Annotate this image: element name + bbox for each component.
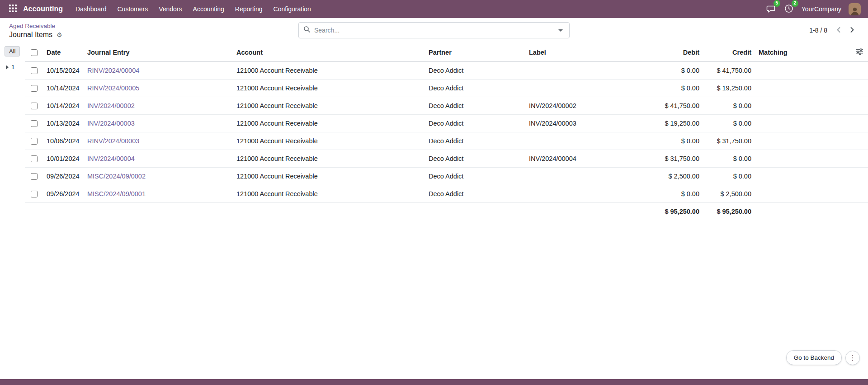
- cell-debit: $ 19,250.00: [642, 115, 703, 132]
- cell-debit: $ 41,750.00: [642, 97, 703, 115]
- search-dropdown-toggle[interactable]: [555, 27, 566, 34]
- accounting-journal-items-page: Accounting Dashboard Customers Vendors A…: [0, 0, 868, 385]
- navbar-right: 5 2 YourCompany: [765, 3, 861, 15]
- row-checkbox[interactable]: [31, 138, 38, 145]
- pager-previous-button[interactable]: [832, 24, 845, 37]
- cell-label: [525, 62, 642, 80]
- group-expander[interactable]: 1: [6, 64, 25, 70]
- row-checkbox[interactable]: [31, 103, 38, 109]
- journal-entry-link[interactable]: RINV/2024/00005: [87, 85, 139, 92]
- cell-account: 121000 Account Receivable: [233, 62, 425, 80]
- search-input[interactable]: [314, 27, 555, 34]
- table-row[interactable]: 10/14/2024 INV/2024/00002 121000 Account…: [25, 97, 868, 115]
- column-header-label[interactable]: Label: [525, 43, 642, 62]
- total-credit: $ 95,250.00: [703, 203, 755, 221]
- column-header-matching[interactable]: Matching: [755, 43, 800, 62]
- breadcrumb-aged-receivable[interactable]: Aged Receivable: [9, 23, 55, 29]
- tab-all[interactable]: All: [5, 46, 20, 56]
- column-header-journal-entry[interactable]: Journal Entry: [84, 43, 233, 62]
- messages-button[interactable]: 5: [765, 3, 776, 15]
- cell-label: [525, 168, 642, 185]
- table-row[interactable]: 09/26/2024 MISC/2024/09/0002 121000 Acco…: [25, 168, 868, 185]
- cell-journal-entry: RINV/2024/00003: [84, 132, 233, 150]
- table-row[interactable]: 10/13/2024 INV/2024/00003 121000 Account…: [25, 115, 868, 132]
- column-header-debit[interactable]: Debit: [642, 43, 703, 62]
- table-row[interactable]: 10/15/2024 RINV/2024/00004 121000 Accoun…: [25, 62, 868, 80]
- journal-entry-link[interactable]: INV/2024/00002: [87, 102, 135, 109]
- cell-debit: $ 0.00: [642, 132, 703, 150]
- adjust-columns-button[interactable]: [855, 47, 864, 57]
- chevron-left-icon: [835, 26, 842, 35]
- floating-actions: Go to Backend ⋮: [786, 350, 860, 365]
- cell-label: INV/2024/00002: [525, 97, 642, 115]
- journal-entry-link[interactable]: MISC/2024/09/0001: [87, 190, 146, 197]
- cell-date: 10/06/2024: [43, 132, 84, 150]
- cell-credit: $ 0.00: [703, 168, 755, 185]
- cell-debit: $ 0.00: [642, 62, 703, 80]
- activities-badge: 2: [792, 0, 798, 7]
- cell-account: 121000 Account Receivable: [233, 168, 425, 185]
- menu-dashboard[interactable]: Dashboard: [71, 2, 111, 16]
- cell-partner: Deco Addict: [425, 150, 525, 168]
- journal-entry-link[interactable]: INV/2024/00004: [87, 155, 135, 162]
- select-all-checkbox[interactable]: [31, 49, 38, 56]
- apps-menu-button[interactable]: [7, 3, 19, 15]
- gear-icon: ⚙: [57, 31, 62, 38]
- table-row[interactable]: 10/14/2024 RINV/2024/00005 121000 Accoun…: [25, 80, 868, 97]
- column-header-account[interactable]: Account: [233, 43, 425, 62]
- row-checkbox[interactable]: [31, 191, 38, 197]
- user-avatar[interactable]: [849, 3, 861, 15]
- cell-account: 121000 Account Receivable: [233, 150, 425, 168]
- column-header-credit[interactable]: Credit: [703, 43, 755, 62]
- menu-reporting[interactable]: Reporting: [231, 2, 267, 16]
- pager: 1-8 / 8: [570, 24, 859, 37]
- row-checkbox[interactable]: [31, 173, 38, 180]
- column-header-date[interactable]: Date: [43, 43, 84, 62]
- row-checkbox[interactable]: [31, 120, 38, 127]
- cell-debit: $ 0.00: [642, 80, 703, 97]
- menu-vendors[interactable]: Vendors: [154, 2, 186, 16]
- page-title: Journal Items: [9, 31, 52, 39]
- company-switcher[interactable]: YourCompany: [802, 5, 841, 13]
- cell-label: INV/2024/00003: [525, 115, 642, 132]
- pager-next-button[interactable]: [845, 24, 859, 37]
- cell-date: 09/26/2024: [43, 185, 84, 203]
- pager-range: 1-8 / 8: [809, 27, 827, 34]
- cell-journal-entry: INV/2024/00004: [84, 150, 233, 168]
- more-options-button[interactable]: ⋮: [845, 351, 860, 365]
- cell-matching: [755, 168, 800, 185]
- menu-accounting[interactable]: Accounting: [189, 2, 229, 16]
- cell-partner: Deco Addict: [425, 80, 525, 97]
- journal-entry-link[interactable]: MISC/2024/09/0002: [87, 173, 146, 180]
- go-to-backend-button[interactable]: Go to Backend: [786, 350, 842, 365]
- cell-label: INV/2024/00004: [525, 150, 642, 168]
- cell-matching: [755, 80, 800, 97]
- journal-entry-link[interactable]: RINV/2024/00003: [87, 137, 139, 145]
- activities-button[interactable]: 2: [783, 3, 794, 15]
- menu-customers[interactable]: Customers: [113, 2, 153, 16]
- table-row[interactable]: 09/26/2024 MISC/2024/09/0001 121000 Acco…: [25, 185, 868, 203]
- cell-partner: Deco Addict: [425, 132, 525, 150]
- cell-account: 121000 Account Receivable: [233, 115, 425, 132]
- cell-label: [525, 132, 642, 150]
- table-row[interactable]: 10/06/2024 RINV/2024/00003 121000 Accoun…: [25, 132, 868, 150]
- cell-credit: $ 0.00: [703, 150, 755, 168]
- row-checkbox[interactable]: [31, 67, 38, 74]
- search-bar[interactable]: [298, 22, 570, 38]
- journal-entry-link[interactable]: INV/2024/00003: [87, 120, 135, 127]
- left-rail: All 1: [0, 43, 25, 70]
- table-row[interactable]: 10/01/2024 INV/2024/00004 121000 Account…: [25, 150, 868, 168]
- app-name[interactable]: Accounting: [23, 5, 63, 13]
- column-header-partner[interactable]: Partner: [425, 43, 525, 62]
- actions-menu-button[interactable]: ⚙: [56, 31, 63, 39]
- menu-configuration[interactable]: Configuration: [269, 2, 316, 16]
- row-checkbox[interactable]: [31, 155, 38, 162]
- cell-date: 09/26/2024: [43, 168, 84, 185]
- journal-entry-link[interactable]: RINV/2024/00004: [87, 67, 139, 74]
- cell-credit: $ 2,500.00: [703, 185, 755, 203]
- chevron-down-icon: [558, 29, 563, 32]
- cell-partner: Deco Addict: [425, 97, 525, 115]
- cell-account: 121000 Account Receivable: [233, 185, 425, 203]
- row-checkbox[interactable]: [31, 85, 38, 92]
- cell-credit: $ 0.00: [703, 115, 755, 132]
